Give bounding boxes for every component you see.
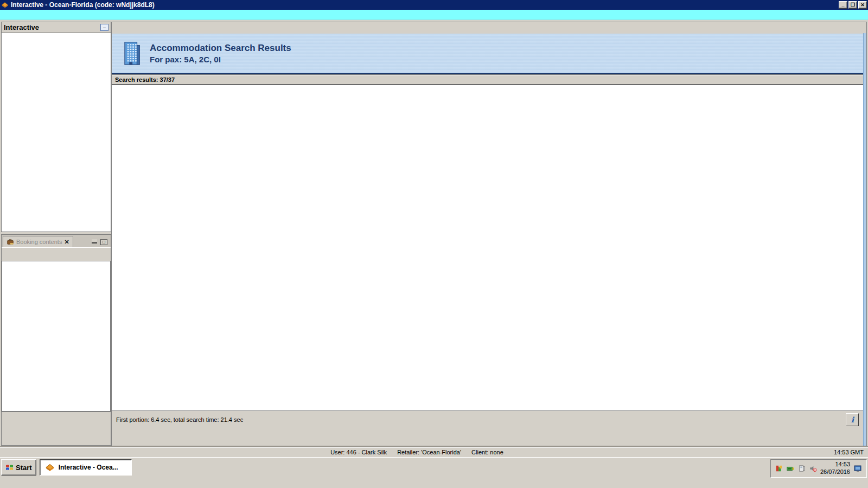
start-label: Start [16, 464, 32, 472]
document-tabbar [112, 22, 866, 34]
booking-contents-panel: Booking contents ✕ □ [1, 234, 111, 446]
taskbar-app-button[interactable]: Interactive - Ocea... [40, 459, 132, 476]
info-button[interactable]: i [846, 413, 859, 426]
svg-text:i: i [851, 415, 854, 424]
search-results-count: Search results: 37/37 [115, 76, 175, 83]
main-footer: First portion: 6.4 sec, total search tim… [112, 410, 866, 446]
start-button[interactable]: Start [1, 459, 36, 476]
status-center: User: 446 - Clark Silk Retailer: 'Ocean-… [0, 449, 834, 455]
tray-app-icon[interactable] [775, 465, 783, 472]
app-icon [1, 1, 9, 9]
menu-bar [0, 10, 868, 20]
window-minimize-button[interactable]: _ [839, 1, 847, 9]
header-titles: Accommodation Search Results For pax: 5A… [150, 43, 861, 64]
window-restore-button[interactable]: ❐ [848, 1, 857, 9]
booking-contents-toolbar [2, 247, 111, 261]
sidebar-header: Interactive – [1, 22, 111, 33]
sidebar-minimize-button[interactable]: – [100, 24, 108, 31]
app-icon [44, 463, 55, 472]
sidebar-title: Interactive [4, 23, 100, 31]
booking-totals [2, 412, 111, 445]
booking-contents-maximize-button[interactable]: □ [100, 239, 107, 245]
booking-contents-close-icon[interactable]: ✕ [64, 239, 69, 246]
status-client: Client: none [471, 449, 503, 455]
building-icon [122, 40, 142, 67]
device-icon[interactable] [798, 465, 806, 472]
network-icon[interactable] [786, 465, 795, 472]
page-title: Accommodation Search Results [150, 43, 861, 54]
tray-time-text: 14:53 [820, 461, 850, 468]
suitcase-icon [7, 238, 14, 246]
results-grid [112, 85, 866, 410]
tray-date-text: 26/07/2016 [820, 468, 850, 476]
sidebar: Interactive – Booking contents ✕ □ [1, 22, 111, 446]
info-icon: i [848, 415, 857, 425]
taskbar-app-label: Interactive - Ocea... [59, 464, 118, 471]
display-icon[interactable] [853, 464, 862, 473]
system-tray: 14:53 26/07/2016 [770, 459, 867, 478]
taskbar: Start Interactive - Ocea... 14:53 26/07/… [0, 457, 868, 488]
window-title: Interactive - Ocean-Florida (code: wNdjj… [11, 1, 838, 9]
volume-muted-icon[interactable] [809, 465, 817, 472]
booking-contents-tab[interactable]: Booking contents ✕ [3, 236, 73, 247]
grid-header [112, 85, 866, 94]
status-bar: User: 446 - Clark Silk Retailer: 'Ocean-… [0, 447, 868, 457]
booking-contents-tabbar: Booking contents ✕ □ [2, 235, 111, 247]
tray-clock: 14:53 26/07/2016 [820, 461, 850, 476]
navigation-tree [1, 33, 111, 232]
search-results-header: Accommodation Search Results For pax: 5A… [112, 34, 866, 74]
page-subtitle: For pax: 5A, 2C, 0I [150, 55, 861, 64]
windows-logo-icon [5, 463, 14, 472]
booking-contents-list [2, 261, 111, 412]
search-results-bar: Search results: 37/37 [112, 74, 866, 85]
vertical-scrollbar[interactable] [863, 33, 866, 446]
search-timing-text: First portion: 6.4 sec, total search tim… [116, 416, 243, 423]
booking-contents-window-buttons: □ [73, 239, 111, 247]
status-time: 14:53 GMT [834, 449, 868, 455]
window-close-button[interactable]: ✕ [858, 1, 867, 9]
status-user: User: 446 - Clark Silk [330, 449, 387, 455]
booking-contents-minimize-button[interactable] [92, 239, 97, 243]
window-titlebar: Interactive - Ocean-Florida (code: wNdjj… [0, 0, 868, 10]
booking-contents-tab-label: Booking contents [16, 239, 62, 245]
status-retailer: Retailer: 'Ocean-Florida' [397, 449, 461, 455]
main-panel: Accommodation Search Results For pax: 5A… [111, 22, 867, 446]
